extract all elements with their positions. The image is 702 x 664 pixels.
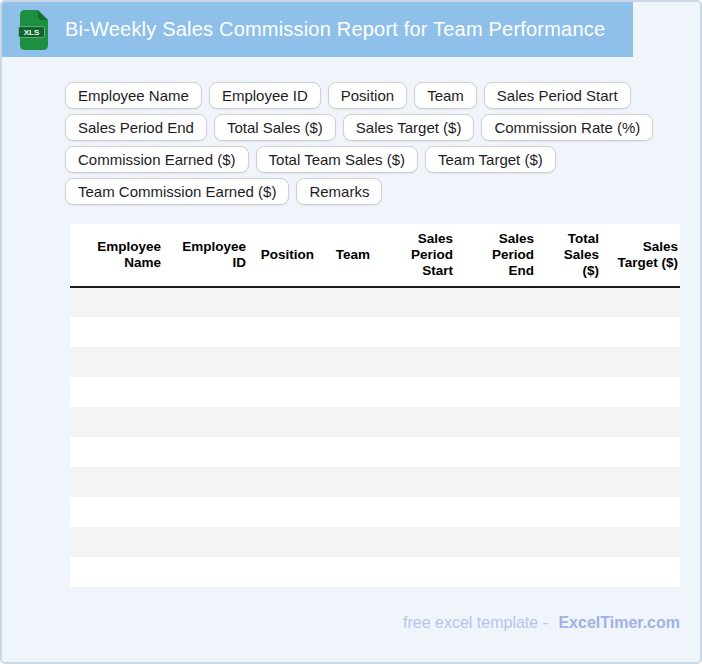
table-cell xyxy=(457,497,538,527)
field-chip[interactable]: Employee ID xyxy=(209,82,321,109)
table-cell xyxy=(318,377,374,407)
field-chip[interactable]: Commission Earned ($) xyxy=(65,146,249,173)
table-cell xyxy=(538,377,603,407)
field-chip[interactable]: Position xyxy=(328,82,407,109)
table-cell xyxy=(538,407,603,437)
column-header: Position xyxy=(250,224,318,287)
field-chip[interactable]: Remarks xyxy=(296,178,382,205)
table-cell xyxy=(165,317,250,347)
table-row xyxy=(70,407,680,437)
data-table: Employee NameEmployee IDPositionTeamSale… xyxy=(70,224,680,587)
table-cell xyxy=(250,347,318,377)
table-cell xyxy=(457,317,538,347)
table-cell xyxy=(457,287,538,317)
table-cell xyxy=(457,377,538,407)
field-chip[interactable]: Total Team Sales ($) xyxy=(256,146,418,173)
table-cell xyxy=(250,497,318,527)
table-cell xyxy=(165,437,250,467)
table-cell xyxy=(165,467,250,497)
table-cell xyxy=(538,497,603,527)
table-cell xyxy=(318,407,374,437)
table-cell xyxy=(603,377,680,407)
field-chip[interactable]: Total Sales ($) xyxy=(214,114,336,141)
table-row xyxy=(70,557,680,587)
column-header: Total Sales ($) xyxy=(538,224,603,287)
table-cell xyxy=(457,467,538,497)
table-cell xyxy=(250,557,318,587)
table-cell xyxy=(538,347,603,377)
table-cell xyxy=(603,497,680,527)
table-cell xyxy=(250,407,318,437)
table-cell xyxy=(603,407,680,437)
table-cell xyxy=(374,497,457,527)
table-cell xyxy=(318,287,374,317)
table-cell xyxy=(165,557,250,587)
table-cell xyxy=(457,407,538,437)
table-cell xyxy=(538,287,603,317)
table-cell xyxy=(603,317,680,347)
footer: free excel template - ExcelTimer.com xyxy=(70,613,680,633)
table-body xyxy=(70,287,680,587)
table-cell xyxy=(318,527,374,557)
table-cell xyxy=(538,437,603,467)
xls-file-icon: XLS xyxy=(18,10,50,50)
table-cell xyxy=(374,287,457,317)
field-chip[interactable]: Sales Period Start xyxy=(484,82,631,109)
table-cell xyxy=(165,377,250,407)
field-chip[interactable]: Team Commission Earned ($) xyxy=(65,178,289,205)
table-cell xyxy=(603,557,680,587)
footer-text: free excel template - xyxy=(403,614,548,631)
table-cell xyxy=(318,437,374,467)
header-bar: XLS Bi-Weekly Sales Commission Report fo… xyxy=(2,2,633,57)
table-cell xyxy=(457,527,538,557)
table-row xyxy=(70,347,680,377)
table-cell xyxy=(603,437,680,467)
table-cell xyxy=(70,347,165,377)
table-cell xyxy=(70,287,165,317)
table-cell xyxy=(250,437,318,467)
table-cell xyxy=(374,467,457,497)
column-header: Employee Name xyxy=(70,224,165,287)
field-chip[interactable]: Employee Name xyxy=(65,82,202,109)
table-cell xyxy=(70,377,165,407)
page-title: Bi-Weekly Sales Commission Report for Te… xyxy=(65,18,605,41)
table-cell xyxy=(250,377,318,407)
table-cell xyxy=(70,467,165,497)
field-chip[interactable]: Sales Period End xyxy=(65,114,207,141)
table-cell xyxy=(374,377,457,407)
table-cell xyxy=(165,287,250,317)
table-cell xyxy=(318,497,374,527)
table-row xyxy=(70,527,680,557)
table-cell xyxy=(165,497,250,527)
table-cell xyxy=(603,287,680,317)
table-cell xyxy=(250,467,318,497)
table-cell xyxy=(538,317,603,347)
brand-link[interactable]: ExcelTimer.com xyxy=(558,614,680,631)
table-cell xyxy=(603,527,680,557)
table-cell xyxy=(457,557,538,587)
table-cell xyxy=(538,467,603,497)
table-row xyxy=(70,287,680,317)
table-row xyxy=(70,467,680,497)
field-chip[interactable]: Team Target ($) xyxy=(425,146,556,173)
column-header: Sales Period Start xyxy=(374,224,457,287)
template-preview-card: XLS Bi-Weekly Sales Commission Report fo… xyxy=(0,0,702,664)
table-cell xyxy=(374,317,457,347)
field-chip[interactable]: Commission Rate (%) xyxy=(481,114,653,141)
table-cell xyxy=(70,317,165,347)
table-cell xyxy=(165,347,250,377)
table-cell xyxy=(603,347,680,377)
table-cell xyxy=(250,527,318,557)
table-row xyxy=(70,497,680,527)
table-row xyxy=(70,317,680,347)
column-header: Employee ID xyxy=(165,224,250,287)
table-cell xyxy=(374,527,457,557)
table-cell xyxy=(374,407,457,437)
field-chip[interactable]: Team xyxy=(414,82,477,109)
table-cell xyxy=(70,557,165,587)
table-cell xyxy=(457,347,538,377)
table-cell xyxy=(250,317,318,347)
xls-icon-label: XLS xyxy=(24,28,40,37)
table-cell xyxy=(318,347,374,377)
field-chip[interactable]: Sales Target ($) xyxy=(343,114,475,141)
